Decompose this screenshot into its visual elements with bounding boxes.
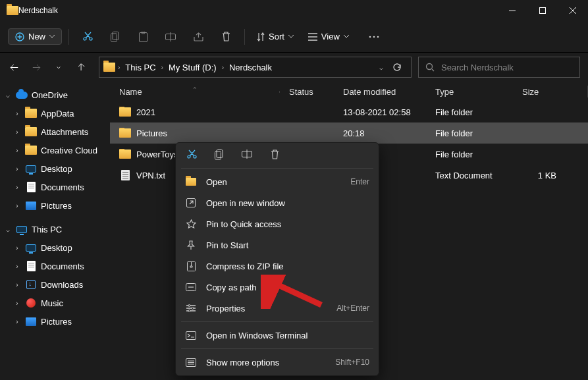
trash-icon <box>222 32 230 41</box>
minimize-button[interactable] <box>497 0 527 21</box>
tree-label: OneDrive <box>32 90 68 100</box>
tree-item[interactable]: ›AppData <box>0 104 110 122</box>
sort-button[interactable]: Sort <box>252 32 299 41</box>
breadcrumb-item[interactable]: Nerdschalk <box>227 61 275 74</box>
column-size[interactable]: Size <box>513 87 566 97</box>
context-item[interactable]: Open in new window <box>176 192 379 213</box>
new-button[interactable]: New <box>8 28 62 45</box>
tree-item[interactable]: ›Documents <box>0 257 110 275</box>
pin-star-icon <box>185 219 197 229</box>
file-name: 2021 <box>136 107 155 117</box>
context-item-shortcut: Enter <box>350 177 369 186</box>
copy-icon <box>111 32 120 42</box>
tree-item[interactable]: ›Pictures <box>0 196 110 215</box>
svg-point-18 <box>188 305 190 307</box>
tree-item[interactable]: ›Creative Cloud <box>0 141 110 159</box>
up-button[interactable]: 🡡 <box>75 63 87 72</box>
context-item-more[interactable]: Show more options Shift+F10 <box>176 352 379 373</box>
copy-button[interactable] <box>213 149 226 160</box>
context-item-terminal[interactable]: Open in Windows Terminal <box>176 325 379 346</box>
monitor-icon <box>25 242 37 253</box>
svg-rect-12 <box>217 150 223 158</box>
titlebar: Nerdschalk <box>0 0 588 21</box>
file-row[interactable]: Pictures 20:18 File folder <box>110 122 588 144</box>
file-size: 1 KB <box>513 171 566 180</box>
context-item[interactable]: PropertiesAlt+Enter <box>176 298 379 319</box>
back-button[interactable]: 🡠 <box>8 63 20 72</box>
tree-label: Creative Cloud <box>41 146 97 155</box>
chevron-right-icon: › <box>13 281 21 288</box>
view-button[interactable]: View <box>303 32 354 41</box>
tree-label: Desktop <box>41 243 72 253</box>
sort-icon <box>257 32 265 41</box>
column-name[interactable]: ⌃Name <box>110 87 280 97</box>
context-item[interactable]: Copy as path <box>176 277 379 298</box>
context-item-label: Open <box>206 177 227 187</box>
tree-item[interactable]: ›Music <box>0 294 110 312</box>
props-icon <box>185 304 197 312</box>
copy-button[interactable] <box>103 25 127 49</box>
column-status[interactable]: Status <box>280 87 334 97</box>
clipboard-icon <box>139 32 147 42</box>
context-item[interactable]: Pin to Quick access <box>176 213 379 234</box>
rename-button[interactable] <box>159 25 182 49</box>
close-button[interactable] <box>558 0 588 21</box>
svg-rect-4 <box>111 34 117 41</box>
rename-button[interactable] <box>240 149 254 160</box>
chevron-right-icon: › <box>13 244 21 252</box>
search-input[interactable]: Search Nerdschalk <box>418 57 580 78</box>
delete-button[interactable] <box>268 149 281 160</box>
address-bar[interactable]: › This PC › My Stuff (D:) › Nerdschalk ⌵ <box>99 57 412 78</box>
delete-button[interactable] <box>214 25 238 49</box>
cut-button[interactable] <box>76 25 99 49</box>
tree-group[interactable]: ⌵This PC <box>0 220 110 238</box>
chevron-right-icon: › <box>118 64 120 71</box>
svg-rect-5 <box>139 32 147 41</box>
tree-label: This PC <box>32 225 62 234</box>
file-type: Text Document <box>426 171 513 180</box>
context-item[interactable]: OpenEnter <box>176 171 379 192</box>
file-type: File folder <box>426 149 513 159</box>
title-folder-icon <box>7 5 18 16</box>
tree-label: Attachments <box>41 127 88 137</box>
tree-item[interactable]: ›Desktop <box>0 159 110 178</box>
chevron-down-icon: ⌵ <box>4 92 12 99</box>
tree-item[interactable]: ›Documents <box>0 178 110 196</box>
column-headers: ⌃Name Status Date modified Type Size <box>110 82 588 101</box>
folder-icon <box>119 149 131 159</box>
context-toolbar <box>176 146 379 165</box>
context-item-label: Copy as path <box>206 283 257 292</box>
chevron-down-icon <box>344 35 349 38</box>
paste-button[interactable] <box>131 25 155 49</box>
tree-item[interactable]: ›Downloads <box>0 275 110 294</box>
tree-item[interactable]: ›Desktop <box>0 238 110 257</box>
address-dropdown[interactable]: ⌵ <box>379 64 383 71</box>
tree-group[interactable]: ⌵OneDrive <box>0 86 110 104</box>
forward-button[interactable]: 🡢 <box>30 63 42 72</box>
svg-point-11 <box>427 64 433 70</box>
file-name: VPN.txt <box>136 171 165 180</box>
refresh-icon[interactable] <box>392 63 402 72</box>
breadcrumb-item[interactable]: My Stuff (D:) <box>166 61 219 74</box>
tree-item[interactable]: ›Pictures <box>0 312 110 331</box>
tree-item[interactable]: ›Attachments <box>0 122 110 141</box>
column-type[interactable]: Type <box>426 87 513 97</box>
folder-icon <box>185 178 197 186</box>
file-row[interactable]: 2021 13-08-2021 02:58 File folder <box>110 101 588 122</box>
share-button[interactable] <box>186 25 210 49</box>
context-item-shortcut: Shift+F10 <box>335 358 369 367</box>
svg-point-20 <box>188 310 190 312</box>
maximize-button[interactable] <box>527 0 558 21</box>
tree-label: Documents <box>41 261 84 271</box>
more-button[interactable] <box>362 25 386 49</box>
column-date[interactable]: Date modified <box>334 87 426 97</box>
breadcrumb-item[interactable]: This PC <box>122 61 158 74</box>
chevron-right-icon: › <box>13 128 21 136</box>
recent-button[interactable]: ⌵ <box>53 63 65 72</box>
context-item[interactable]: Pin to Start <box>176 234 379 256</box>
tree-label: AppData <box>41 109 74 119</box>
cut-button[interactable] <box>185 149 198 160</box>
doc-icon <box>25 261 37 271</box>
chevron-down-icon: ⌵ <box>4 226 12 233</box>
context-item[interactable]: Compress to ZIP file <box>176 256 379 277</box>
